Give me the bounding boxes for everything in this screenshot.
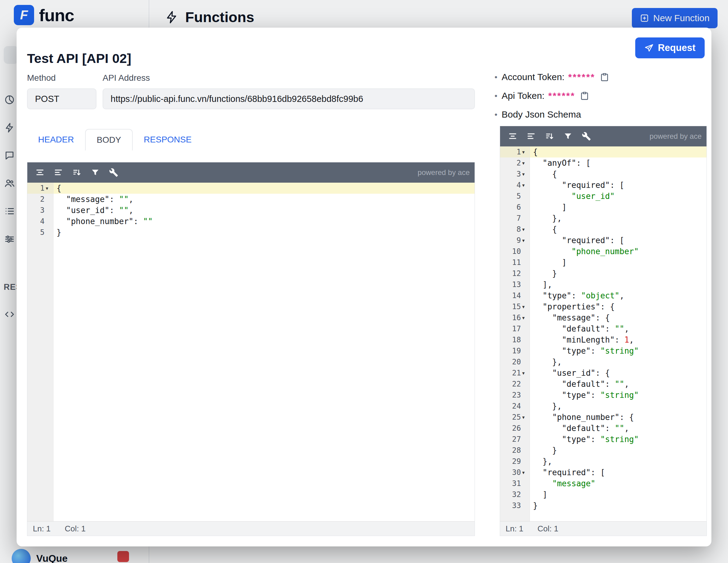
editor-gutter[interactable]: 1▾2▾3▾4▾5678▾9▾101112131415▾16▾171819202… (500, 147, 530, 521)
gutter-line-18[interactable]: 18 (500, 334, 530, 345)
code-line-8[interactable]: { (530, 224, 706, 235)
code-line-11[interactable]: ] (530, 257, 706, 268)
code-line-17[interactable]: "default": "", (530, 323, 706, 334)
code-line-9[interactable]: "required": [ (530, 235, 706, 246)
code-line-1[interactable]: { (53, 183, 475, 194)
wrench-icon[interactable] (109, 168, 118, 177)
code-line-30[interactable]: "required": [ (530, 467, 706, 478)
filter-icon[interactable] (91, 168, 100, 177)
gutter-line-7[interactable]: 7 (500, 213, 530, 224)
gutter-line-33[interactable]: 33 (500, 500, 530, 511)
gutter-line-15[interactable]: 15▾ (500, 301, 530, 312)
code-line-29[interactable]: }, (530, 456, 706, 467)
code-line-4[interactable]: "required": [ (530, 180, 706, 191)
gutter-line-28[interactable]: 28 (500, 445, 530, 456)
editor-code[interactable]: { "message": "", "user_id": "", "phone_n… (53, 183, 475, 521)
code-line-32[interactable]: ] (530, 489, 706, 500)
code-line-28[interactable]: } (530, 445, 706, 456)
code-line-12[interactable]: } (530, 268, 706, 279)
code-line-18[interactable]: "minLength": 1, (530, 334, 706, 345)
format-icon[interactable] (35, 168, 45, 177)
code-line-2[interactable]: "message": "", (53, 194, 475, 205)
filter-icon[interactable] (563, 132, 573, 141)
code-line-3[interactable]: { (530, 169, 706, 180)
tab-body[interactable]: BODY (85, 129, 133, 151)
gutter-line-31[interactable]: 31 (500, 478, 530, 489)
code-line-6[interactable]: ] (530, 202, 706, 213)
code-line-7[interactable]: }, (530, 213, 706, 224)
gutter-line-23[interactable]: 23 (500, 389, 530, 401)
code-line-23[interactable]: "type": "string" (530, 389, 706, 401)
editor-content-area[interactable]: 1▾2▾3▾4▾5678▾9▾101112131415▾16▾171819202… (500, 147, 706, 521)
gutter-line-27[interactable]: 27 (500, 434, 530, 445)
gutter-line-4[interactable]: 4▾ (500, 180, 530, 191)
code-line-4[interactable]: "phone_number": "" (53, 216, 475, 227)
code-line-31[interactable]: "message" (530, 478, 706, 489)
code-line-5[interactable]: } (53, 227, 475, 238)
tab-response[interactable]: RESPONSE (133, 129, 203, 151)
gutter-line-17[interactable]: 17 (500, 323, 530, 334)
code-line-1[interactable]: { (530, 147, 706, 158)
code-line-15[interactable]: "properties": { (530, 301, 706, 312)
gutter-line-1[interactable]: 1▾ (27, 183, 53, 194)
gutter-line-30[interactable]: 30▾ (500, 467, 530, 478)
gutter-line-20[interactable]: 20 (500, 356, 530, 367)
wrench-icon[interactable] (582, 132, 591, 141)
gutter-line-6[interactable]: 6 (500, 202, 530, 213)
sort-icon[interactable] (545, 132, 554, 141)
request-button[interactable]: Request (635, 37, 705, 58)
gutter-line-29[interactable]: 29 (500, 456, 530, 467)
gutter-line-5[interactable]: 5 (500, 191, 530, 202)
code-line-20[interactable]: }, (530, 356, 706, 367)
code-line-14[interactable]: "type": "object", (530, 290, 706, 301)
gutter-line-24[interactable]: 24 (500, 401, 530, 412)
code-line-5[interactable]: "user_id" (530, 191, 706, 202)
gutter-line-10[interactable]: 10 (500, 246, 530, 257)
code-line-3[interactable]: "user_id": "", (53, 205, 475, 216)
api-address-input[interactable]: https://public-api.func.vn/functions/68b… (103, 88, 475, 109)
code-line-33[interactable]: } (530, 500, 706, 511)
code-line-13[interactable]: ], (530, 279, 706, 290)
gutter-line-26[interactable]: 26 (500, 423, 530, 434)
gutter-line-9[interactable]: 9▾ (500, 235, 530, 246)
code-line-27[interactable]: "type": "string" (530, 434, 706, 445)
gutter-line-8[interactable]: 8▾ (500, 224, 530, 235)
gutter-line-22[interactable]: 22 (500, 378, 530, 389)
gutter-line-13[interactable]: 13 (500, 279, 530, 290)
tab-header[interactable]: HEADER (27, 129, 85, 151)
gutter-line-5[interactable]: 5 (27, 227, 53, 238)
compact-icon[interactable] (54, 168, 63, 177)
sort-icon[interactable] (72, 168, 81, 177)
code-line-24[interactable]: }, (530, 401, 706, 412)
gutter-line-12[interactable]: 12 (500, 268, 530, 279)
code-line-21[interactable]: "user_id": { (530, 367, 706, 378)
code-line-19[interactable]: "type": "string" (530, 345, 706, 356)
gutter-line-11[interactable]: 11 (500, 257, 530, 268)
gutter-line-4[interactable]: 4 (27, 216, 53, 227)
editor-code[interactable]: { "anyOf": [ { "required": [ "user_id" ]… (530, 147, 706, 521)
gutter-line-32[interactable]: 32 (500, 489, 530, 500)
code-line-25[interactable]: "phone_number": { (530, 412, 706, 423)
editor-gutter[interactable]: 1▾2345 (27, 183, 53, 521)
gutter-line-25[interactable]: 25▾ (500, 412, 530, 423)
gutter-line-14[interactable]: 14 (500, 290, 530, 301)
gutter-line-1[interactable]: 1▾ (500, 147, 530, 158)
code-line-22[interactable]: "default": "", (530, 378, 706, 389)
method-input[interactable]: POST (27, 88, 96, 109)
gutter-line-2[interactable]: 2▾ (500, 158, 530, 169)
gutter-line-2[interactable]: 2 (27, 194, 53, 205)
gutter-line-19[interactable]: 19 (500, 345, 530, 356)
gutter-line-3[interactable]: 3 (27, 205, 53, 216)
code-line-26[interactable]: "default": "", (530, 423, 706, 434)
copy-account-token-button[interactable] (600, 72, 610, 82)
code-line-10[interactable]: "phone_number" (530, 246, 706, 257)
editor-content-area[interactable]: 1▾2345 { "message": "", "user_id": "", "… (27, 183, 475, 521)
gutter-line-21[interactable]: 21▾ (500, 367, 530, 378)
format-icon[interactable] (508, 132, 517, 141)
gutter-line-16[interactable]: 16▾ (500, 312, 530, 323)
gutter-line-3[interactable]: 3▾ (500, 169, 530, 180)
code-line-2[interactable]: "anyOf": [ (530, 158, 706, 169)
compact-icon[interactable] (526, 132, 536, 141)
code-line-16[interactable]: "message": { (530, 312, 706, 323)
copy-api-token-button[interactable] (580, 91, 590, 101)
